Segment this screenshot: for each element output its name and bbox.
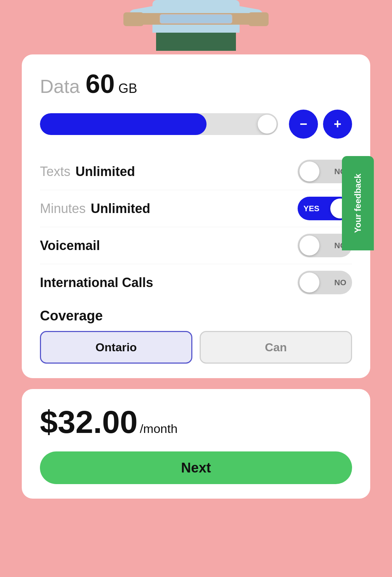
international-toggle-knob bbox=[299, 273, 319, 292]
stepper-buttons: − + bbox=[289, 110, 352, 139]
voicemail-label-group: Voicemail bbox=[40, 238, 100, 253]
data-slider-row: − + bbox=[40, 110, 352, 139]
data-label: Data bbox=[40, 75, 80, 97]
minutes-label-bold: Unlimited bbox=[91, 201, 150, 216]
data-value: 60 bbox=[86, 69, 115, 99]
coverage-buttons: Ontario Can bbox=[40, 331, 352, 364]
voicemail-label: Voicemail bbox=[40, 238, 100, 253]
toggle-rows: Texts Unlimited NO Minutes Unlimited YES bbox=[40, 153, 352, 301]
texts-label-muted: Texts bbox=[40, 164, 70, 179]
texts-label-bold: Unlimited bbox=[75, 164, 135, 179]
international-toggle-row: International Calls NO bbox=[40, 264, 352, 301]
slider-thumb bbox=[258, 115, 277, 134]
decrement-button[interactable]: − bbox=[289, 110, 318, 139]
price-period: /month bbox=[140, 422, 177, 436]
international-toggle-text: NO bbox=[334, 278, 346, 287]
texts-label-group: Texts Unlimited bbox=[40, 164, 135, 179]
texts-toggle-knob bbox=[299, 161, 319, 181]
increment-button[interactable]: + bbox=[323, 110, 352, 139]
coverage-canada-button[interactable]: Can bbox=[200, 331, 352, 364]
price-card: $32.00 /month Next bbox=[22, 389, 370, 499]
price-display: $32.00 /month bbox=[40, 404, 352, 441]
next-button[interactable]: Next bbox=[40, 451, 352, 484]
feedback-label[interactable]: Your feedback bbox=[342, 156, 374, 250]
texts-toggle-row: Texts Unlimited NO bbox=[40, 153, 352, 190]
international-toggle[interactable]: NO bbox=[298, 271, 352, 294]
minutes-label-group: Minutes Unlimited bbox=[40, 201, 150, 216]
international-label: International Calls bbox=[40, 275, 153, 290]
coverage-section: Coverage Ontario Can bbox=[40, 308, 352, 364]
voicemail-toggle-knob bbox=[299, 236, 319, 255]
slider-fill bbox=[40, 113, 207, 135]
voicemail-toggle-row: Voicemail NO bbox=[40, 227, 352, 264]
minutes-toggle-row: Minutes Unlimited YES bbox=[40, 190, 352, 227]
hero-image bbox=[0, 0, 392, 51]
international-label-group: International Calls bbox=[40, 275, 153, 290]
data-unit: GB bbox=[118, 81, 137, 96]
price-amount: $32.00 bbox=[40, 404, 138, 441]
coverage-label: Coverage bbox=[40, 308, 352, 324]
person-illustration bbox=[120, 0, 272, 51]
coverage-ontario-button[interactable]: Ontario bbox=[40, 331, 192, 364]
data-header: Data 60 GB bbox=[40, 69, 352, 99]
minutes-toggle-text: YES bbox=[303, 204, 319, 213]
main-card: Your feedback Data 60 GB − + Texts Unlim… bbox=[22, 54, 370, 378]
feedback-tab[interactable]: Your feedback bbox=[342, 156, 374, 250]
data-slider[interactable] bbox=[40, 113, 278, 135]
minutes-label-muted: Minutes bbox=[40, 201, 86, 216]
